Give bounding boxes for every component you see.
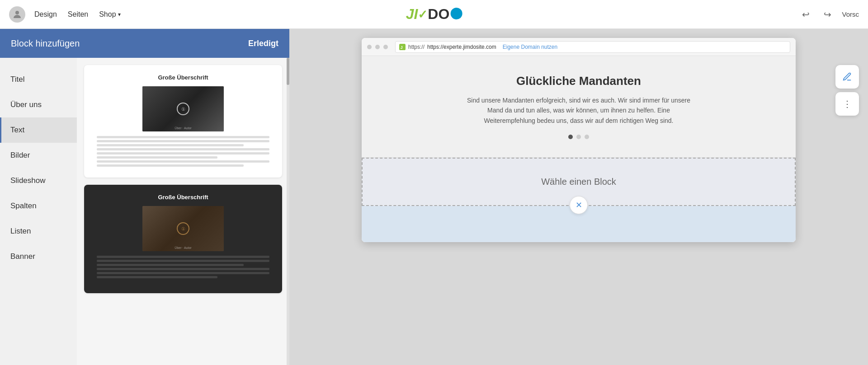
sidebar-item-listen[interactable]: Listen	[0, 219, 77, 244]
slideshow-section: Glückliche Mandanten Sind unsere Mandant…	[362, 56, 796, 158]
panel-body: Titel Über uns Text Bilder Slideshow Spa…	[0, 58, 289, 365]
browser-url-bar[interactable]: J https:// https://experte.jimdosite.com…	[395, 41, 790, 53]
slideshow-title: Glückliche Mandanten	[389, 74, 769, 88]
block-card-text-2	[93, 256, 273, 280]
slideshow-text: Sind unsere Mandanten erfolgreich, sind …	[466, 95, 692, 126]
domain-link[interactable]: Eigene Domain nutzen	[503, 44, 557, 50]
sidebar-item-bilder[interactable]: Bilder	[0, 143, 77, 168]
block-card-light[interactable]: Große Überschrift ① Über · Autor	[84, 65, 282, 178]
browser-window: J https:// https://experte.jimdosite.com…	[362, 38, 796, 242]
sidebar-item-titel[interactable]: Titel	[0, 67, 77, 92]
nav-links: Design Seiten Shop ▾	[34, 10, 121, 19]
sidebar-item-text[interactable]: Text	[0, 117, 77, 143]
undo-button[interactable]: ↩	[798, 7, 813, 22]
browser-bar: J https:// https://experte.jimdosite.com…	[362, 38, 796, 56]
play-icon: ①	[177, 103, 189, 115]
left-panel: Block hinzufügen Erledigt Titel Über uns…	[0, 29, 289, 365]
browser-content: Glückliche Mandanten Sind unsere Mandant…	[362, 56, 796, 242]
block-card-image-2: ① Über · Autor	[142, 206, 224, 251]
browser-dot-grey-3	[383, 45, 388, 49]
url-domain: https://experte.jimdosite.com	[427, 44, 496, 50]
sidebar-nav: Titel Über uns Text Bilder Slideshow Spa…	[0, 58, 77, 365]
pen-tool-button[interactable]	[835, 65, 859, 89]
image-label-2: Über · Autor	[175, 246, 191, 249]
browser-dot-grey-2	[375, 45, 380, 49]
blocks-list: Große Überschrift ① Über · Autor	[77, 58, 289, 365]
main-area: Block hinzufügen Erledigt Titel Über uns…	[0, 29, 868, 365]
panel-header: Block hinzufügen Erledigt	[0, 29, 289, 58]
slideshow-dot-2[interactable]	[576, 135, 581, 139]
slideshow-dot-1[interactable]	[568, 135, 573, 139]
pen-icon	[842, 72, 852, 82]
nav-right: ↩ ↪ Vorsc	[798, 7, 859, 22]
preview-button[interactable]: Vorsc	[842, 10, 859, 18]
nav-seiten[interactable]: Seiten	[68, 10, 88, 19]
jimdo-logo: JI ✓ DO	[406, 6, 462, 23]
image-label-1: Über · Autor	[175, 126, 191, 130]
more-options-button[interactable]: ⋮	[835, 92, 859, 116]
floating-toolbar: ⋮	[835, 65, 859, 116]
sidebar-item-spalten[interactable]: Spalten	[0, 193, 77, 219]
right-panel: ⋮ J https:// https://experte.jimdosite.c…	[289, 29, 868, 365]
choose-block-label: Wähle einen Block	[541, 177, 616, 187]
slideshow-dots	[389, 135, 769, 139]
user-avatar[interactable]	[9, 6, 25, 23]
url-https: https://	[408, 44, 425, 50]
dots-icon: ⋮	[843, 99, 852, 108]
sidebar-item-banner[interactable]: Banner	[0, 244, 77, 269]
nav-design[interactable]: Design	[34, 10, 57, 19]
block-card-text-1	[93, 136, 273, 168]
top-navigation: Design Seiten Shop ▾ JI ✓ DO ↩ ↪ Vorsc	[0, 0, 868, 29]
redo-button[interactable]: ↪	[820, 7, 835, 22]
chevron-down-icon: ▾	[118, 11, 121, 18]
block-card-image-1: ① Über · Autor	[142, 86, 224, 131]
svg-point-0	[15, 11, 19, 14]
x-icon: ✕	[576, 200, 582, 210]
done-button[interactable]: Erledigt	[248, 39, 278, 48]
block-card-dark[interactable]: Große Überschrift ① Über · Autor	[84, 185, 282, 293]
svg-text:J: J	[401, 45, 403, 49]
nav-shop[interactable]: Shop ▾	[99, 10, 120, 19]
slideshow-dot-3[interactable]	[585, 135, 589, 139]
sidebar-item-slideshow[interactable]: Slideshow	[0, 168, 77, 193]
panel-title: Block hinzufügen	[11, 38, 80, 49]
choose-block-area[interactable]: Wähle einen Block ✕	[362, 158, 796, 206]
jimdo-favicon: J	[399, 44, 406, 50]
block-card-title-1: Große Überschrift	[158, 74, 208, 81]
close-button[interactable]: ✕	[570, 196, 588, 214]
play-icon-2: ①	[177, 222, 189, 235]
block-card-title-2: Große Überschrift	[158, 194, 208, 201]
browser-dot-grey-1	[367, 45, 372, 49]
sidebar-item-ueber-uns[interactable]: Über uns	[0, 92, 77, 117]
